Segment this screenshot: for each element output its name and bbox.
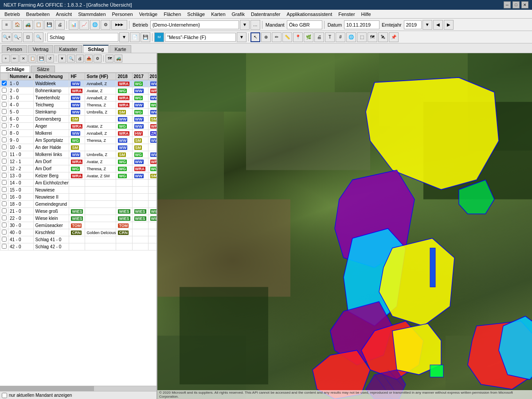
panel-btn-copy[interactable]: 📋 — [28, 55, 36, 63]
row-checkbox[interactable] — [0, 123, 8, 130]
layer-btn[interactable]: 🌿 — [304, 32, 313, 42]
toolbar-btn-6[interactable]: 🖨 — [55, 20, 65, 30]
toolbar-btn-11[interactable]: ▶▶▶ — [111, 20, 127, 30]
table-row[interactable]: 40 - 0 Kirschfeld CRN Golden Delcious, B… — [0, 229, 157, 236]
table-row[interactable]: 8 - 0 Molkerei WW Annabell, Z WRA HW ZRU… — [0, 130, 157, 137]
toolbar-btn-7[interactable]: 📊 — [69, 20, 78, 30]
table-row[interactable]: 30 - 0 Gemüseacker TOM TOM 1,949 — [0, 222, 157, 229]
row-checkbox[interactable] — [0, 229, 8, 236]
panel-btn-new[interactable]: + — [2, 55, 10, 63]
table-row[interactable]: 14 - 0 Am Eichholzchen 14,770 — [0, 180, 157, 187]
toolbar-btn-5[interactable]: 💾 — [44, 20, 54, 30]
panel-btn-save[interactable]: 💾 — [37, 55, 45, 63]
toolbar-btn-2[interactable]: 🏠 — [12, 20, 22, 30]
table-row[interactable]: 18 - 0 Gemeindegrund 1,080 — [0, 201, 157, 208]
row-checkbox[interactable] — [0, 137, 8, 144]
text-btn[interactable]: T — [325, 32, 335, 42]
table-row[interactable]: 7 - 0 Anger WRA Avatar, Z WG WW WRA 2,89… — [0, 123, 157, 130]
menu-flaechen[interactable]: Flächen — [161, 11, 184, 18]
col-2018[interactable]: 2018 — [116, 73, 132, 80]
table-row[interactable]: 12 - 1 Am Dorf WRA Avatar, Z WG WW WRA 5… — [0, 158, 157, 165]
select-btn[interactable]: ⊕ — [261, 32, 271, 42]
panel-btn-search[interactable]: 🔍 — [67, 55, 75, 63]
datum-input[interactable] — [344, 20, 379, 29]
table-row[interactable]: 15 - 0 Neuwiese 1,036 — [0, 187, 157, 194]
row-checkbox[interactable] — [0, 144, 8, 151]
tab-schlag[interactable]: Schlag — [83, 45, 109, 53]
table-row[interactable]: 42 - 0 Schlag 42 - 0 2,267 — [0, 243, 157, 250]
toolbar-btn-4[interactable]: 📋 — [34, 20, 43, 30]
toolbar-btn-9[interactable]: 🌐 — [90, 20, 100, 30]
col-bezeichnung[interactable]: Bezeichnung — [34, 73, 69, 80]
print-map-btn[interactable]: 🖨 — [314, 32, 324, 42]
panel-scrollbar[interactable] — [0, 386, 156, 391]
subtab-satze[interactable]: Sätze — [31, 66, 55, 72]
panel-btn-settings[interactable]: ⚙ — [94, 55, 102, 63]
panel-btn-tractor[interactable]: 🚜 — [114, 55, 122, 63]
panel-btn-delete[interactable]: ✕ — [20, 55, 27, 63]
toolbar-btn-8[interactable]: 📈 — [79, 20, 89, 30]
table-row[interactable]: 10 - 0 An der Halde SM WW SM 27,274 — [0, 144, 157, 151]
row-checkbox[interactable] — [0, 180, 8, 187]
table-row[interactable]: 12 - 2 Am Dorf WG Theresa, Z WG WRA WG 1… — [0, 165, 157, 172]
table-row[interactable]: 21 - 0 Wiese groß WIES WIES WIES WIES 3,… — [0, 208, 157, 215]
panel-btn-map[interactable]: 🗺 — [106, 55, 113, 63]
map-area[interactable]: © 2020 Microsoft and its suppliers. All … — [157, 53, 532, 399]
tab-kataster[interactable]: Kataster — [54, 45, 82, 53]
menu-schlage[interactable]: Schläge — [184, 11, 207, 18]
betrieb-dropdown[interactable]: ▼ — [240, 20, 250, 30]
panel-btn-export[interactable]: 📤 — [85, 55, 93, 63]
panel-btn-filter[interactable]: ▼ — [58, 55, 66, 63]
table-row[interactable]: 16 - 0 Neuwiese II 1,714 — [0, 194, 157, 201]
ruler-btn[interactable]: 📏 — [282, 32, 292, 42]
row-checkbox[interactable] — [0, 236, 8, 243]
save-doc-btn[interactable]: 💾 — [141, 32, 150, 42]
search-dropdown-btn[interactable]: ▼ — [119, 32, 129, 42]
row-checkbox[interactable] — [0, 109, 8, 116]
draw-btn[interactable]: ✏ — [272, 32, 282, 42]
mandant-checkbox[interactable] — [2, 393, 7, 398]
table-row[interactable]: 41 - 0 Schlag 41 - 0 0,000 — [0, 236, 157, 243]
menu-vertraege[interactable]: Verträge — [137, 11, 160, 18]
table-row[interactable]: 2 - 0 Bohnenkamp WRA Avatar, Z WG WW WRA… — [0, 87, 157, 94]
menu-ansicht[interactable]: Ansicht — [53, 11, 74, 18]
col-sorte[interactable]: Sorte (HF) — [85, 73, 116, 80]
data-table-container[interactable]: Nummer▲ Bezeichnung HF Sorte (HF) 2018 2… — [0, 73, 156, 386]
toolbar-btn-10[interactable]: ⚙ — [101, 20, 110, 30]
tab-person[interactable]: Person — [2, 45, 27, 53]
row-checkbox[interactable] — [0, 222, 8, 229]
zoom-fit-btn[interactable]: ⊡ — [23, 32, 33, 42]
tab-vertrag[interactable]: Vertrag — [28, 45, 53, 53]
menu-hilfe[interactable]: Hilfe — [359, 11, 374, 18]
nav-next[interactable]: ▶ — [444, 20, 454, 30]
panel-btn-print[interactable]: 🖨 — [76, 55, 84, 63]
menu-grafik[interactable]: Grafik — [229, 11, 247, 18]
globe-btn[interactable]: 🌐 — [346, 32, 356, 42]
table-row[interactable]: 4 - 0 Teichweg WW Theresa, Z WRA WW WG 1… — [0, 102, 157, 109]
toolbar-btn-1[interactable]: ≡ — [2, 20, 12, 30]
cursor-btn[interactable]: ↖ — [250, 32, 260, 42]
row-checkbox[interactable] — [0, 172, 8, 180]
new-doc-btn[interactable]: 📄 — [130, 32, 140, 42]
betrieb-input[interactable] — [150, 20, 239, 29]
table-row[interactable]: 22 - 0 Wiese klein WIES WIES WIES WIES 1… — [0, 215, 157, 222]
row-checkbox[interactable] — [0, 208, 8, 215]
panel-btn-refresh[interactable]: ↺ — [46, 55, 54, 63]
table-row[interactable]: 6 - 0 Donnersberg SM WW WW SM 15,534 — [0, 116, 157, 123]
row-checkbox[interactable] — [0, 102, 8, 109]
close-button[interactable]: ✕ — [521, 1, 528, 8]
erntejahr-dropdown[interactable]: ▼ — [422, 20, 432, 30]
betrieb-dots[interactable]: … — [250, 20, 260, 30]
table-row[interactable]: 5 - 0 Steinkamp WW Umbrella, Z SM WG WW … — [0, 109, 157, 116]
erntejahr-input[interactable] — [404, 20, 422, 29]
nav-prev[interactable]: ◀ — [433, 20, 443, 30]
toolbar-btn-3[interactable]: 🚜 — [23, 20, 33, 30]
table-row[interactable]: 11 - 0 Molkerei links WW Umbrella, Z SM … — [0, 151, 157, 158]
row-checkbox[interactable] — [0, 151, 8, 158]
minimize-button[interactable]: ─ — [504, 1, 511, 8]
sat-btn[interactable]: 🛰 — [378, 32, 388, 42]
menu-applikationsassistent[interactable]: Applikationsassistent — [284, 11, 335, 18]
measure-dropdown[interactable]: ▼ — [237, 32, 246, 42]
row-checkbox[interactable] — [0, 201, 8, 208]
search-btn[interactable]: 🔍 — [34, 32, 43, 42]
